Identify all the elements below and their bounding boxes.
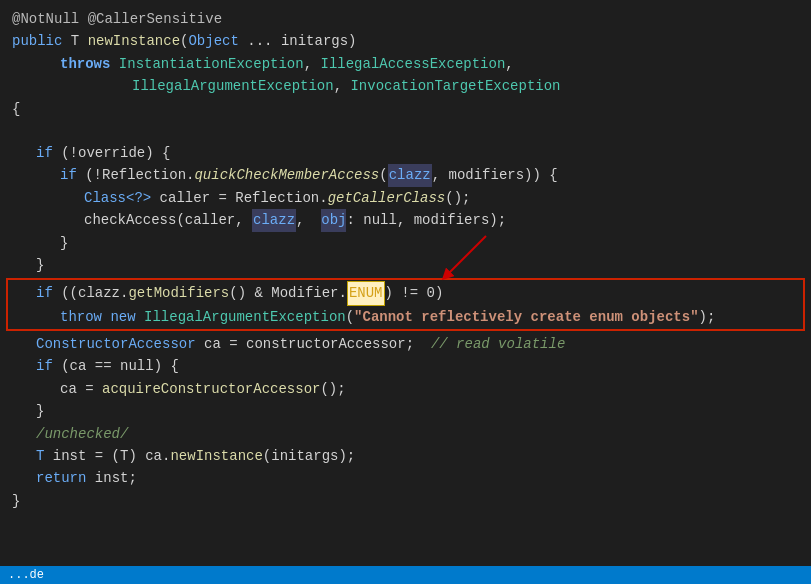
- line-inst: T inst = (T) ca. newInstance (initargs);: [0, 445, 811, 467]
- line-unchecked: /unchecked/: [0, 423, 811, 445]
- highlight-enum: ENUM: [347, 281, 385, 305]
- line-if-reflection: if (!Reflection. quickCheckMemberAccess …: [0, 164, 811, 186]
- status-text: ...de: [8, 568, 44, 582]
- line-signature: public T newInstance ( Object ... initar…: [0, 30, 811, 52]
- line-final-close: }: [0, 490, 811, 512]
- line-boxed1: if ((clazz. getModifiers () & Modifier. …: [12, 281, 799, 305]
- obj-highlight: obj: [321, 209, 346, 231]
- line-boxed2: throw new IllegalArgumentException ( "Ca…: [12, 306, 799, 328]
- line-ca-decl: ConstructorAccessor ca = constructorAcce…: [0, 333, 811, 355]
- line-close-outer: }: [0, 254, 811, 276]
- boxed-if-block: if ((clazz. getModifiers () & Modifier. …: [6, 278, 805, 331]
- line-close-inner: }: [0, 232, 811, 254]
- line-blank-end: [0, 512, 811, 534]
- line-caller: Class<?> caller = Reflection. getCallerC…: [0, 187, 811, 209]
- highlight-clazz: clazz: [388, 164, 432, 186]
- highlight-clazz2: clazz: [252, 209, 296, 231]
- line-ca-close: }: [0, 400, 811, 422]
- line-blank1: [0, 120, 811, 142]
- comment-volatile: // read volatile: [431, 333, 565, 355]
- status-bar: ...de: [0, 566, 811, 584]
- line-ca-body: ca = acquireConstructorAccessor ();: [0, 378, 811, 400]
- line-return: return inst;: [0, 467, 811, 489]
- line-annotation: @NotNull @CallerSensitive: [0, 8, 811, 30]
- line-ca-if: if (ca == null) {: [0, 355, 811, 377]
- line-open-brace: {: [0, 98, 811, 120]
- line-throws2: IllegalArgumentException , InvocationTar…: [0, 75, 811, 97]
- annotation-callersensitive: @CallerSensitive: [88, 8, 222, 30]
- line-if-override: if (!override) {: [0, 142, 811, 164]
- annotation-notnull: @NotNull: [12, 8, 79, 30]
- red-arrow-svg: [431, 231, 501, 281]
- code-view: @NotNull @CallerSensitive public T newIn…: [0, 0, 811, 542]
- line-throws1: throws InstantiationException , IllegalA…: [0, 53, 811, 75]
- line-checkaccess: checkAccess(caller, clazz , obj : null, …: [0, 209, 811, 231]
- svg-line-0: [446, 236, 486, 276]
